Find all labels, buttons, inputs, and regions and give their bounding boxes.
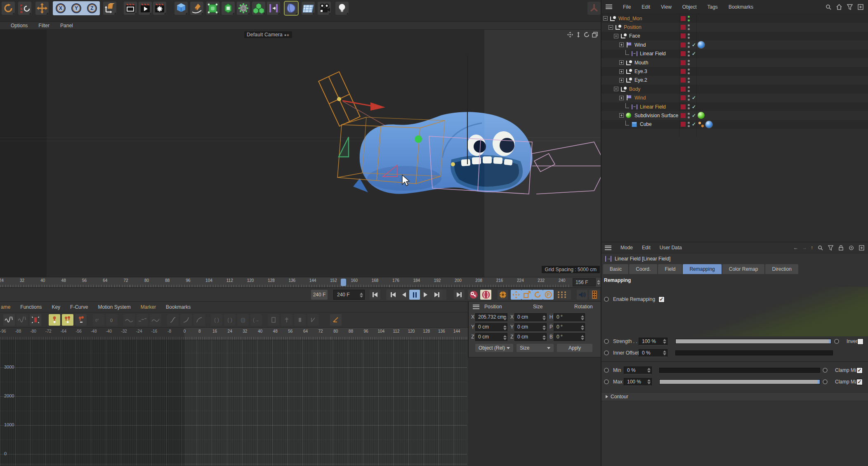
layer-color-chip[interactable] [681, 78, 686, 83]
strength-value[interactable]: 100 % [639, 338, 668, 345]
attribute-tab[interactable]: Direction [765, 264, 798, 274]
apply-button[interactable]: Apply [557, 344, 592, 352]
subdivision-cube-icon[interactable] [206, 2, 219, 15]
layer-color-chip[interactable] [681, 113, 686, 118]
timeline-ruler[interactable]: 2432404856647280889610411212012813614415… [0, 277, 601, 288]
render-icon[interactable] [139, 2, 152, 15]
visibility-dots[interactable] [687, 95, 690, 102]
attr-menu-icon[interactable] [605, 246, 611, 250]
key-scale-button[interactable] [521, 290, 532, 300]
attr-menu-mode[interactable]: Mode [620, 245, 633, 251]
layer-color-chip[interactable] [681, 69, 686, 74]
tree-expander[interactable] [619, 60, 624, 65]
visibility-dots[interactable] [687, 68, 690, 75]
tree-row[interactable]: Linear Field ✓ [601, 50, 868, 58]
menu-view[interactable]: View [661, 4, 672, 10]
layer-color-chip[interactable] [681, 43, 686, 47]
layer-color-chip[interactable] [681, 60, 686, 65]
goto-start-button[interactable] [370, 290, 380, 300]
strength-slider[interactable] [675, 339, 831, 344]
strength-keyframe-dot[interactable] [604, 339, 609, 344]
visibility-dots[interactable] [687, 103, 690, 110]
tree-expander[interactable] [625, 103, 629, 108]
tangent-step-icon[interactable] [137, 314, 148, 326]
add-key-icon[interactable] [49, 314, 60, 326]
film-button[interactable] [589, 290, 600, 300]
clamp-max-checkbox[interactable]: ✓ [856, 379, 863, 385]
menu-tags[interactable]: Tags [708, 4, 718, 10]
tree-expander[interactable] [619, 96, 624, 100]
fcurve-menu-item[interactable]: F-Curve [70, 304, 88, 310]
keyframe-dot[interactable] [604, 297, 609, 302]
visibility-dots[interactable] [687, 59, 690, 66]
visibility-dots[interactable] [687, 24, 690, 31]
invert-checkbox[interactable] [857, 338, 863, 345]
fcurve-ruler[interactable]: -96-88-80-72-64-56-48-40-32-24-16-808162… [0, 328, 468, 340]
tree-expander[interactable] [609, 25, 613, 30]
layer-color-chip[interactable] [681, 95, 686, 100]
clamp-max-keyframe-dot[interactable] [823, 379, 828, 384]
search-icon[interactable] [825, 4, 832, 10]
fcurve-menu-item[interactable]: Key [52, 304, 60, 310]
hollow-cube-icon[interactable] [222, 2, 235, 15]
tree-expander[interactable] [619, 43, 624, 47]
size-z-field[interactable]: 0 cm [514, 333, 547, 341]
layer-color-chip[interactable] [681, 87, 686, 92]
fcurve-region-icon[interactable] [30, 314, 41, 326]
tree-row[interactable]: Wind_Mon ✓ [601, 14, 868, 23]
play-button[interactable] [420, 290, 431, 300]
ease-out-icon[interactable] [180, 314, 192, 326]
tree-expander[interactable] [619, 78, 624, 83]
min-keyframe-dot[interactable] [604, 368, 609, 373]
tree-row[interactable]: Linear Field ✓ [601, 102, 868, 111]
light-icon[interactable] [335, 2, 349, 15]
axis-modification-icon[interactable] [587, 2, 601, 15]
goto-end-button[interactable] [454, 290, 465, 300]
tree-row[interactable]: Cube ✓ [601, 120, 868, 129]
contour-expand-icon[interactable] [606, 395, 608, 398]
tag-icon[interactable] [698, 41, 705, 48]
clip-a-icon[interactable] [268, 314, 279, 326]
home-icon[interactable] [836, 4, 842, 10]
max-keyframe-dot[interactable] [604, 379, 609, 384]
fcurve-menu-item[interactable]: ame [1, 304, 10, 310]
menu-panel[interactable]: Panel [60, 23, 73, 28]
attribute-tab[interactable]: Coord. [629, 264, 657, 274]
zero-value-icon[interactable]: 0 [106, 314, 118, 326]
paren-b-icon[interactable]: ( ) [224, 314, 236, 326]
filter-icon[interactable] [847, 4, 853, 10]
clip-c-icon[interactable] [294, 314, 306, 326]
sound-button[interactable] [577, 290, 587, 300]
tree-row[interactable]: Position ✓ [601, 23, 868, 31]
tree-expander[interactable] [614, 87, 618, 91]
key-parameter-button[interactable]: P [543, 290, 554, 300]
pause-button[interactable] [409, 290, 420, 300]
visibility-dots[interactable] [687, 33, 690, 40]
size-x-field[interactable]: 0 cm [514, 313, 547, 321]
inner-offset-slider[interactable] [675, 350, 833, 355]
clip-b-icon[interactable] [281, 314, 292, 326]
position-y-field[interactable]: 0 cm [475, 323, 507, 331]
layer-color-chip[interactable] [681, 16, 686, 21]
layer-color-chip[interactable] [681, 104, 686, 109]
visibility-dots[interactable] [687, 50, 690, 57]
layer-color-chip[interactable] [681, 33, 686, 38]
contour-group[interactable]: Contour [601, 392, 868, 401]
keyframe-selection-button[interactable] [498, 290, 508, 300]
key-pla-button[interactable] [554, 290, 571, 300]
snapshot-icon[interactable] [330, 314, 342, 326]
key-rotation-button[interactable] [532, 290, 543, 300]
fcurve-menu-item[interactable]: Motion System [98, 304, 130, 310]
layer-color-chip[interactable] [681, 122, 686, 127]
zoom-icon[interactable] [575, 31, 582, 38]
ease-in-icon[interactable] [193, 314, 205, 326]
forward-arrow-icon[interactable]: → [802, 245, 807, 251]
lock-z-button[interactable]: Z [84, 1, 100, 15]
rotate-icon[interactable] [583, 31, 590, 38]
visibility-dots[interactable] [687, 77, 690, 84]
enabled-check[interactable]: ✓ [692, 42, 696, 48]
undo-rotate-icon[interactable] [2, 2, 15, 15]
fcurve-view-icon[interactable] [3, 314, 15, 326]
paren-a-icon[interactable]: ( ) [211, 314, 222, 326]
tree-expander[interactable] [619, 69, 624, 74]
